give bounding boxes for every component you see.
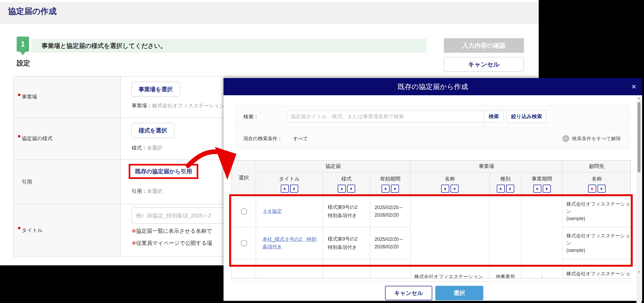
sort-asc-icon[interactable]: ∧	[382, 185, 390, 193]
table-cell-office-type-merged: 他事業所	[490, 196, 521, 279]
scrollbar-thumb[interactable]	[638, 102, 641, 172]
sort-asc-icon[interactable]: ∧	[338, 185, 346, 193]
table-row-radio-cell	[232, 259, 256, 279]
filter-search-button[interactable]: 絞り込み検索	[507, 110, 546, 123]
search-panel: 検索： 検索 絞り込み検索 現在の検索条件： すべて × 検索条件をすべて解除	[236, 105, 629, 149]
agreement-title-link[interactable]: ３６協定	[262, 208, 282, 215]
form-label-format: 協定届の様式	[14, 118, 121, 159]
current-conditions-value: すべて	[293, 128, 308, 149]
select-format-button[interactable]: 様式を選択	[131, 123, 174, 138]
group-header-agreement: 協定届	[256, 160, 411, 172]
column-header-select: 選択	[232, 160, 256, 196]
clear-all-conditions[interactable]: × 検索条件をすべて解除	[562, 128, 621, 149]
required-dot	[18, 135, 20, 138]
search-button[interactable]: 検索	[484, 111, 503, 122]
column-header-office-period: 事業期間 ∧∨	[521, 172, 563, 196]
column-header-valid-period: 有効期間 ∧∨	[370, 172, 411, 196]
page-cancel-button[interactable]: キャンセル	[444, 57, 524, 72]
clear-circle-icon: ×	[562, 135, 569, 142]
format-value: 様式：未選択	[132, 145, 162, 152]
sort-desc-icon[interactable]: ∨	[290, 185, 298, 193]
step-instruction-text: 事業場と協定届の様式を選択してください。	[42, 39, 167, 53]
column-header-advisor-name: 名称 ∧∨	[563, 172, 631, 196]
table-cell-period: 2025/02/20～ 2026/02/20	[370, 227, 411, 259]
table-row-radio-cell	[232, 227, 256, 259]
table-cell-office-name-merged: 株式会社オフィスステーション	[411, 196, 490, 279]
table-cell-period: 2025/02/20～ 2026/02/20	[370, 196, 411, 227]
row-radio-button[interactable]	[241, 240, 247, 246]
scroll-down-icon[interactable]: ▼	[636, 270, 642, 273]
step-badge-tail	[20, 51, 26, 55]
table-cell-office-period-merged: -	[521, 196, 563, 279]
form-label-title: タイトル	[14, 204, 121, 256]
scroll-up-icon[interactable]: ▲	[636, 97, 642, 100]
sort-asc-icon[interactable]: ∧	[497, 185, 505, 193]
modal-select-button[interactable]: 選択	[435, 286, 483, 300]
table-cell-advisor: 株式会社オフィスステーション (sample)	[563, 196, 631, 227]
table-cell-title: 本社_様式９号の2 特別条項付き	[256, 227, 323, 259]
sort-desc-icon[interactable]: ∨	[543, 185, 551, 193]
screenshot-root: 協定届の作成 1 事業場と協定届の様式を選択してください。 入力内容の確認 キャ…	[0, 0, 644, 303]
select-office-button[interactable]: 事業場を選択	[131, 82, 180, 97]
sort-asc-icon[interactable]: ∧	[281, 185, 289, 193]
modal-title: 既存の協定届から作成	[398, 78, 468, 95]
table-cell-format: 様式第9号の2 特別条項付き	[323, 227, 370, 259]
office-value: 事業場：株式会社オフィスステーション	[132, 102, 225, 109]
quote-value: 引用：未選択	[132, 188, 162, 195]
sort-desc-icon[interactable]: ∨	[347, 185, 355, 193]
step-number-badge: 1	[17, 37, 29, 52]
form-label-quote: 引用	[14, 160, 121, 204]
confirm-input-button[interactable]: 入力内容の確認	[444, 38, 524, 53]
column-header-office-name: 名称 ∧∨	[411, 172, 490, 196]
modal-header: 既存の協定届から作成 ×	[224, 78, 642, 95]
column-header-office-type: 種別 ∧∨	[490, 172, 521, 196]
footer-divider	[232, 281, 631, 281]
group-header-office: 事業場	[411, 160, 563, 172]
column-header-title: タイトル ∧∨	[256, 172, 323, 196]
agreement-list-table: 選択 協定届 事業場 顧問先 タイトル ∧∨ 様式 ∧∨ 有効期間 ∧∨ 名称	[232, 160, 631, 279]
table-cell-period	[370, 259, 411, 279]
sort-asc-icon[interactable]: ∧	[441, 185, 449, 193]
modal-cancel-button[interactable]: キャンセル	[385, 286, 432, 300]
table-cell-format: 様式第9号の2 特別条項付き	[323, 196, 370, 227]
table-row-radio-cell	[232, 196, 256, 227]
required-dot	[18, 94, 20, 96]
search-label: 検索：	[243, 106, 259, 128]
existing-agreement-modal: 既存の協定届から作成 × 検索： 検索 絞り込み検索 現在の検索条件： すべて …	[224, 78, 642, 301]
sort-asc-icon-active[interactable]: ∧	[588, 185, 596, 193]
column-header-format: 様式 ∧∨	[323, 172, 370, 196]
modal-scrollbar[interactable]: ▲ ▼	[636, 96, 642, 303]
settings-heading: 設定	[17, 59, 30, 68]
sort-desc-icon[interactable]: ∨	[598, 185, 606, 193]
close-icon[interactable]: ×	[631, 78, 636, 95]
sort-asc-icon[interactable]: ∧	[533, 185, 541, 193]
required-dot	[18, 227, 20, 229]
group-header-advisor: 顧問先	[563, 160, 631, 172]
table-cell-title: ３６協定	[256, 196, 323, 227]
sort-desc-icon[interactable]: ∨	[506, 185, 514, 193]
sort-desc-icon[interactable]: ∨	[391, 185, 399, 193]
search-input[interactable]	[287, 111, 484, 122]
page-header-bar	[0, 2, 539, 24]
current-conditions-label: 現在の検索条件：	[243, 128, 282, 149]
title-note-1: ※協定届一覧に表示させる名称で	[132, 227, 212, 235]
quote-existing-agreement-button[interactable]: 既存の協定届から引用	[135, 168, 192, 174]
table-cell-advisor-partial: 株式会社オフィスステーショ	[563, 259, 631, 279]
page-title: 協定届の作成	[8, 6, 57, 17]
quote-button-highlight-box: 既存の協定届から引用	[129, 164, 198, 179]
table-cell-advisor: 株式会社オフィスステーション (sample)	[563, 227, 631, 259]
table-cell-format	[323, 259, 370, 279]
table-cell-title	[256, 259, 323, 279]
row-radio-button[interactable]	[241, 208, 247, 215]
sort-desc-icon[interactable]: ∨	[451, 185, 459, 193]
title-note-2: ※従業員マイページで公開する場	[132, 239, 212, 247]
agreement-title-link[interactable]: 本社_様式９号の2 特別条項付き	[262, 236, 319, 251]
form-label-office: 事業場	[14, 76, 121, 117]
